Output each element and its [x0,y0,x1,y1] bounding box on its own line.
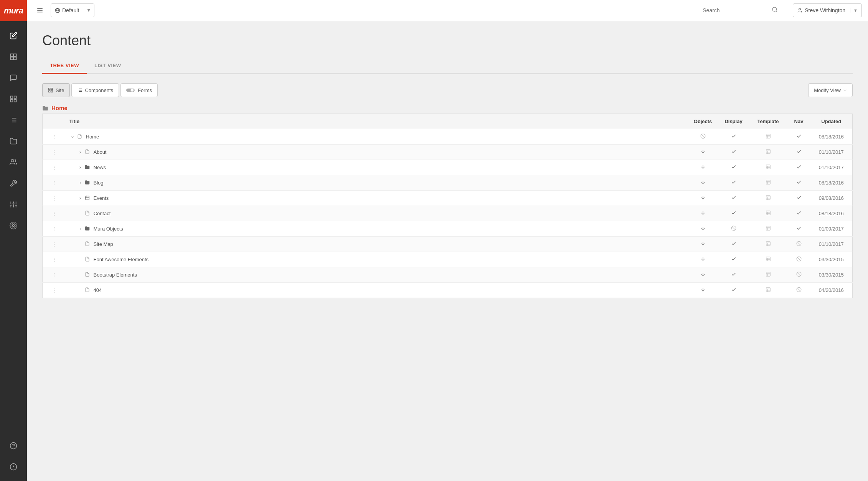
sidebar-item-list[interactable] [0,109,27,130]
table-row[interactable]: ⋮ Site Map 01/10/2017 [43,237,853,252]
content-area: Content TREE VIEW LIST VIEW Site Compone… [27,21,868,481]
row-objects [688,129,718,145]
row-type-icon [85,195,90,201]
sidebar-item-users[interactable] [0,152,27,173]
svg-rect-76 [766,196,770,200]
table-row[interactable]: ⋮ About 01/10/2017 [43,145,853,160]
table-row[interactable]: ⋮ News 01/10/2017 [43,160,853,175]
row-drag-cell[interactable]: ⋮ [43,191,66,206]
row-updated: 01/10/2017 [810,237,853,252]
svg-rect-57 [766,150,770,154]
row-display [718,221,749,237]
row-nav [787,252,810,267]
row-type-icon [85,287,90,293]
expand-button[interactable] [77,149,83,155]
menu-toggle-button[interactable] [33,3,47,17]
search-input[interactable] [703,7,772,13]
row-title: News [94,165,106,170]
site-selector[interactable]: Default ▼ [51,3,94,17]
row-drag-cell[interactable]: ⋮ [43,237,66,252]
svg-rect-100 [766,257,770,261]
tab-list-view[interactable]: LIST VIEW [87,58,129,74]
svg-line-112 [797,273,800,276]
expand-button[interactable] [77,180,83,186]
row-drag-cell[interactable]: ⋮ [43,267,66,283]
search-bar[interactable] [701,3,785,17]
svg-rect-81 [766,211,770,215]
table-row[interactable]: ⋮ Font Awesome Elements 03/30/2015 [43,252,853,267]
row-updated: 04/20/2016 [810,283,853,298]
row-drag-cell[interactable]: ⋮ [43,252,66,267]
expand-button[interactable] [77,226,83,232]
expand-button[interactable] [77,165,83,171]
svg-rect-39 [51,88,53,90]
row-template [749,129,787,145]
table-row[interactable]: ⋮ Bootstrap Elements 03/30/2015 [43,267,853,283]
th-updated: Updated [810,114,853,129]
th-nav: Nav [787,114,810,129]
row-objects [688,206,718,221]
sidebar-bottom [10,435,17,481]
table-header-row: Title Objects Display Template Nav Updat… [43,114,853,129]
svg-line-51 [701,135,704,138]
svg-line-36 [776,11,777,12]
components-filter-icon [77,87,83,93]
search-icon [772,7,778,14]
row-title-cell: Events [66,191,688,206]
filter-components-button[interactable]: Components [71,83,119,97]
sidebar-item-files[interactable] [0,130,27,152]
sidebar-item-sliders[interactable] [0,194,27,215]
row-drag-cell[interactable]: ⋮ [43,175,66,191]
th-template: Template [749,114,787,129]
expand-button[interactable] [77,195,83,201]
row-updated: 08/18/2016 [810,206,853,221]
row-display [718,145,749,160]
app-logo: mura [0,0,27,21]
row-template [749,267,787,283]
row-type-icon [85,272,90,278]
row-objects [688,237,718,252]
tab-tree-view[interactable]: TREE VIEW [42,58,87,74]
sidebar-item-pages[interactable] [0,46,27,67]
row-drag-cell[interactable]: ⋮ [43,206,66,221]
table-row[interactable]: ⋮ Mura Objects 01/09/2017 [43,221,853,237]
table-row[interactable]: ⋮ Blog 08/18/2016 [43,175,853,191]
row-title: Bootstrap Elements [94,272,137,278]
table-row[interactable]: ⋮ 404 04/20/2016 [43,283,853,298]
svg-line-87 [732,227,735,230]
row-type-icon [85,180,90,186]
sidebar-item-grid[interactable] [0,88,27,109]
table-body: ⋮ Home 08/18/2016 ⋮ About [43,129,853,298]
row-drag-cell[interactable]: ⋮ [43,283,66,298]
sidebar-item-help[interactable] [10,435,17,456]
row-nav [787,191,810,206]
table-row[interactable]: ⋮ Home 08/18/2016 [43,129,853,145]
sidebar-item-comments[interactable] [0,67,27,88]
row-template [749,206,787,221]
row-updated: 08/18/2016 [810,175,853,191]
row-drag-cell[interactable]: ⋮ [43,221,66,237]
row-nav [787,206,810,221]
row-drag-cell[interactable]: ⋮ [43,129,66,145]
row-template [749,237,787,252]
filter-site-button[interactable]: Site [42,83,70,97]
row-title-cell: News [66,160,688,175]
row-drag-cell[interactable]: ⋮ [43,160,66,175]
row-template [749,191,787,206]
table-row[interactable]: ⋮ Events 09/08/2016 [43,191,853,206]
table-row[interactable]: ⋮ Contact 08/18/2016 [43,206,853,221]
row-updated: 09/08/2016 [810,191,853,206]
row-type-icon [85,165,90,171]
row-title-cell: Site Map [66,237,688,252]
row-objects [688,160,718,175]
row-drag-cell[interactable]: ⋮ [43,145,66,160]
expand-button[interactable] [69,134,76,140]
user-menu[interactable]: Steve Withington ▼ [793,3,862,17]
sidebar-item-settings[interactable] [0,215,27,236]
filter-forms-label: Forms [138,87,152,93]
filter-forms-button[interactable]: Forms [120,83,158,97]
modify-view-button[interactable]: Modify View [808,83,853,97]
sidebar-item-tools[interactable] [0,173,27,194]
sidebar-item-info[interactable] [10,456,17,477]
sidebar-item-edit[interactable] [0,25,27,46]
